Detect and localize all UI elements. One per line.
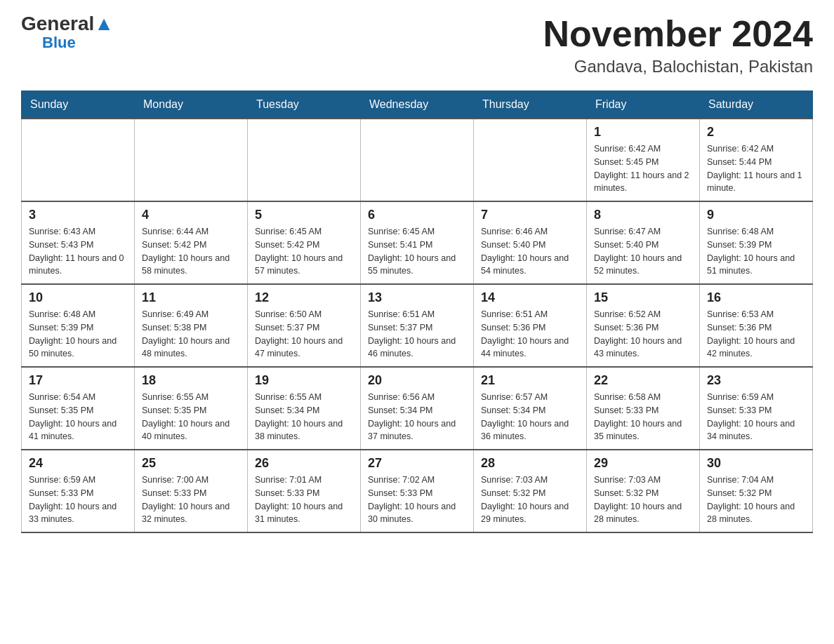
day-number: 19: [255, 373, 353, 388]
cell-content-day-4: 4Sunrise: 6:44 AMSunset: 5:42 PMDaylight…: [142, 208, 240, 278]
day-number: 1: [594, 125, 692, 140]
day-number: 22: [594, 373, 692, 388]
calendar-cell: 17Sunrise: 6:54 AMSunset: 5:35 PMDayligh…: [22, 367, 135, 450]
sun-info: Sunrise: 6:46 AMSunset: 5:40 PMDaylight:…: [481, 225, 579, 278]
day-number: 5: [255, 208, 353, 222]
day-number: 15: [594, 290, 692, 305]
cell-content-day-19: 19Sunrise: 6:55 AMSunset: 5:34 PMDayligh…: [255, 373, 353, 443]
calendar-cell: 12Sunrise: 6:50 AMSunset: 5:37 PMDayligh…: [248, 284, 361, 367]
cell-content-day-27: 27Sunrise: 7:02 AMSunset: 5:33 PMDayligh…: [368, 456, 466, 526]
cell-content-day-12: 12Sunrise: 6:50 AMSunset: 5:37 PMDayligh…: [255, 290, 353, 361]
day-number: 26: [255, 456, 353, 471]
calendar-cell: 9Sunrise: 6:48 AMSunset: 5:39 PMDaylight…: [700, 201, 813, 284]
cell-content-day-23: 23Sunrise: 6:59 AMSunset: 5:33 PMDayligh…: [707, 373, 805, 443]
cell-content-day-6: 6Sunrise: 6:45 AMSunset: 5:41 PMDaylight…: [368, 208, 466, 278]
sun-info: Sunrise: 6:45 AMSunset: 5:42 PMDaylight:…: [255, 225, 353, 278]
sun-info: Sunrise: 6:54 AMSunset: 5:35 PMDaylight:…: [29, 391, 127, 443]
calendar-cell: 23Sunrise: 6:59 AMSunset: 5:33 PMDayligh…: [700, 367, 813, 450]
day-number: 3: [29, 208, 127, 222]
calendar-week-5: 24Sunrise: 6:59 AMSunset: 5:33 PMDayligh…: [22, 450, 813, 532]
cell-content-day-10: 10Sunrise: 6:48 AMSunset: 5:39 PMDayligh…: [29, 290, 127, 361]
column-header-thursday: Thursday: [474, 91, 587, 119]
cell-content-day-7: 7Sunrise: 6:46 AMSunset: 5:40 PMDaylight…: [481, 208, 579, 278]
calendar-cell: 4Sunrise: 6:44 AMSunset: 5:42 PMDaylight…: [135, 201, 248, 284]
column-header-friday: Friday: [587, 91, 700, 119]
cell-content-day-29: 29Sunrise: 7:03 AMSunset: 5:32 PMDayligh…: [594, 456, 692, 526]
cell-content-day-30: 30Sunrise: 7:04 AMSunset: 5:32 PMDayligh…: [707, 456, 805, 526]
calendar-week-1: 1Sunrise: 6:42 AMSunset: 5:45 PMDaylight…: [22, 119, 813, 201]
day-number: 11: [142, 290, 240, 305]
cell-content-day-17: 17Sunrise: 6:54 AMSunset: 5:35 PMDayligh…: [29, 373, 127, 443]
cell-content-day-1: 1Sunrise: 6:42 AMSunset: 5:45 PMDaylight…: [594, 125, 692, 195]
day-number: 30: [707, 456, 805, 471]
sun-info: Sunrise: 7:04 AMSunset: 5:32 PMDaylight:…: [707, 474, 805, 526]
calendar-cell: 25Sunrise: 7:00 AMSunset: 5:33 PMDayligh…: [135, 450, 248, 532]
calendar-week-2: 3Sunrise: 6:43 AMSunset: 5:43 PMDaylight…: [22, 201, 813, 284]
day-number: 8: [594, 208, 692, 222]
sun-info: Sunrise: 6:50 AMSunset: 5:37 PMDaylight:…: [255, 308, 353, 361]
sun-info: Sunrise: 6:56 AMSunset: 5:34 PMDaylight:…: [368, 391, 466, 443]
cell-content-day-18: 18Sunrise: 6:55 AMSunset: 5:35 PMDayligh…: [142, 373, 240, 443]
cell-content-day-26: 26Sunrise: 7:01 AMSunset: 5:33 PMDayligh…: [255, 456, 353, 526]
location-subtitle: Gandava, Balochistan, Pakistan: [543, 57, 813, 76]
day-number: 4: [142, 208, 240, 222]
column-header-saturday: Saturday: [700, 91, 813, 119]
calendar-cell: [248, 119, 361, 201]
calendar-cell: 1Sunrise: 6:42 AMSunset: 5:45 PMDaylight…: [587, 119, 700, 201]
cell-content-day-14: 14Sunrise: 6:51 AMSunset: 5:36 PMDayligh…: [481, 290, 579, 361]
logo-blue-text: Blue: [42, 34, 76, 52]
sun-info: Sunrise: 6:51 AMSunset: 5:36 PMDaylight:…: [481, 308, 579, 361]
cell-content-day-20: 20Sunrise: 6:56 AMSunset: 5:34 PMDayligh…: [368, 373, 466, 443]
day-number: 16: [707, 290, 805, 305]
day-number: 21: [481, 373, 579, 388]
day-number: 27: [368, 456, 466, 471]
calendar-cell: 2Sunrise: 6:42 AMSunset: 5:44 PMDaylight…: [700, 119, 813, 201]
sun-info: Sunrise: 6:48 AMSunset: 5:39 PMDaylight:…: [29, 308, 127, 361]
sun-info: Sunrise: 7:03 AMSunset: 5:32 PMDaylight:…: [594, 474, 692, 526]
column-header-sunday: Sunday: [22, 91, 135, 119]
sun-info: Sunrise: 7:00 AMSunset: 5:33 PMDaylight:…: [142, 474, 240, 526]
calendar-cell: 28Sunrise: 7:03 AMSunset: 5:32 PMDayligh…: [474, 450, 587, 532]
day-number: 25: [142, 456, 240, 471]
calendar-cell: 27Sunrise: 7:02 AMSunset: 5:33 PMDayligh…: [361, 450, 474, 532]
cell-content-day-16: 16Sunrise: 6:53 AMSunset: 5:36 PMDayligh…: [707, 290, 805, 361]
day-number: 13: [368, 290, 466, 305]
cell-content-day-3: 3Sunrise: 6:43 AMSunset: 5:43 PMDaylight…: [29, 208, 127, 278]
calendar-cell: 30Sunrise: 7:04 AMSunset: 5:32 PMDayligh…: [700, 450, 813, 532]
day-number: 17: [29, 373, 127, 388]
sun-info: Sunrise: 6:42 AMSunset: 5:45 PMDaylight:…: [594, 142, 692, 195]
sun-info: Sunrise: 7:03 AMSunset: 5:32 PMDaylight:…: [481, 474, 579, 526]
cell-content-day-13: 13Sunrise: 6:51 AMSunset: 5:37 PMDayligh…: [368, 290, 466, 361]
page-header: General▲ Blue November 2024 Gandava, Bal…: [21, 14, 813, 76]
cell-content-day-8: 8Sunrise: 6:47 AMSunset: 5:40 PMDaylight…: [594, 208, 692, 278]
calendar-cell: [474, 119, 587, 201]
sun-info: Sunrise: 6:51 AMSunset: 5:37 PMDaylight:…: [368, 308, 466, 361]
sun-info: Sunrise: 6:48 AMSunset: 5:39 PMDaylight:…: [707, 225, 805, 278]
calendar-cell: 22Sunrise: 6:58 AMSunset: 5:33 PMDayligh…: [587, 367, 700, 450]
cell-content-day-15: 15Sunrise: 6:52 AMSunset: 5:36 PMDayligh…: [594, 290, 692, 361]
cell-content-day-11: 11Sunrise: 6:49 AMSunset: 5:38 PMDayligh…: [142, 290, 240, 361]
day-number: 12: [255, 290, 353, 305]
calendar-table: SundayMondayTuesdayWednesdayThursdayFrid…: [21, 90, 813, 533]
sun-info: Sunrise: 6:44 AMSunset: 5:42 PMDaylight:…: [142, 225, 240, 278]
day-number: 10: [29, 290, 127, 305]
sun-info: Sunrise: 6:42 AMSunset: 5:44 PMDaylight:…: [707, 142, 805, 195]
day-number: 20: [368, 373, 466, 388]
sun-info: Sunrise: 6:53 AMSunset: 5:36 PMDaylight:…: [707, 308, 805, 361]
day-number: 24: [29, 456, 127, 471]
calendar-cell: 11Sunrise: 6:49 AMSunset: 5:38 PMDayligh…: [135, 284, 248, 367]
sun-info: Sunrise: 6:55 AMSunset: 5:34 PMDaylight:…: [255, 391, 353, 443]
calendar-cell: 14Sunrise: 6:51 AMSunset: 5:36 PMDayligh…: [474, 284, 587, 367]
sun-info: Sunrise: 6:59 AMSunset: 5:33 PMDaylight:…: [29, 474, 127, 526]
day-number: 23: [707, 373, 805, 388]
sun-info: Sunrise: 7:02 AMSunset: 5:33 PMDaylight:…: [368, 474, 466, 526]
calendar-cell: 18Sunrise: 6:55 AMSunset: 5:35 PMDayligh…: [135, 367, 248, 450]
calendar-cell: 20Sunrise: 6:56 AMSunset: 5:34 PMDayligh…: [361, 367, 474, 450]
day-number: 28: [481, 456, 579, 471]
calendar-cell: 7Sunrise: 6:46 AMSunset: 5:40 PMDaylight…: [474, 201, 587, 284]
calendar-week-4: 17Sunrise: 6:54 AMSunset: 5:35 PMDayligh…: [22, 367, 813, 450]
cell-content-day-2: 2Sunrise: 6:42 AMSunset: 5:44 PMDaylight…: [707, 125, 805, 195]
calendar-cell: [135, 119, 248, 201]
calendar-week-3: 10Sunrise: 6:48 AMSunset: 5:39 PMDayligh…: [22, 284, 813, 367]
calendar-cell: [361, 119, 474, 201]
